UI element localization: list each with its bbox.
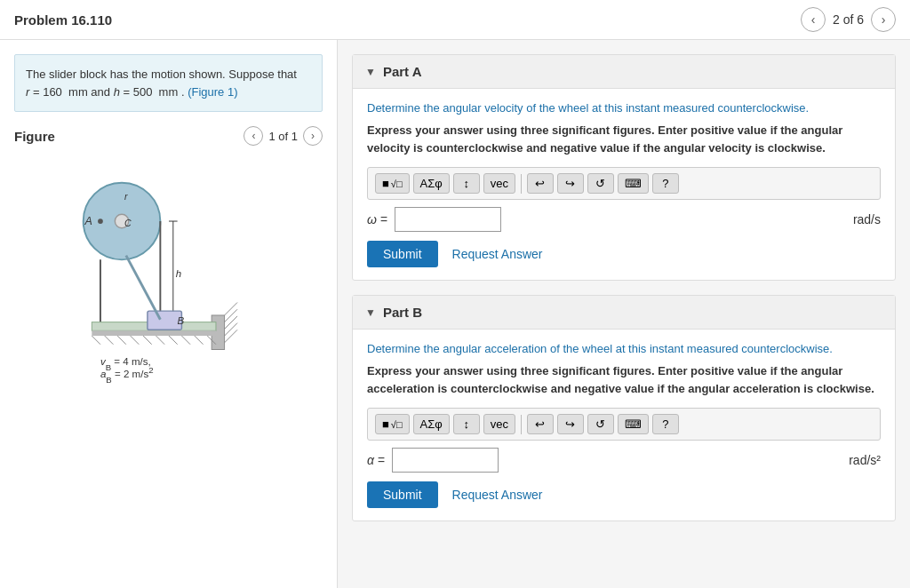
part-b-toolbar-btn5[interactable]: ↩ bbox=[527, 414, 554, 434]
part-b-action-row: Submit Request Answer bbox=[367, 481, 881, 508]
part-b-submit-button[interactable]: Submit bbox=[367, 481, 438, 508]
part-b-title: Part B bbox=[383, 305, 422, 320]
next-button[interactable]: › bbox=[871, 7, 896, 32]
description-text-2: r = 160 mm and h = 500 mm . (Figure 1) bbox=[26, 85, 237, 99]
part-a-input-row: ω = rad/s bbox=[367, 207, 881, 232]
part-b-input[interactable] bbox=[392, 448, 499, 473]
main-layout: The slider block has the motion shown. S… bbox=[0, 40, 910, 588]
part-b-toolbar-btn2[interactable]: AΣφ bbox=[413, 414, 450, 434]
part-a-title: Part A bbox=[383, 64, 422, 79]
part-a-header[interactable]: ▼ Part A bbox=[353, 55, 895, 89]
part-a-action-row: Submit Request Answer bbox=[367, 241, 881, 267]
part-a-toolbar-btn8[interactable]: ⌨ bbox=[618, 173, 649, 194]
part-a-toolbar-btn6[interactable]: ↪ bbox=[557, 173, 584, 194]
part-b-toolbar-btn1[interactable]: ■√□ bbox=[375, 414, 410, 434]
svg-text:A: A bbox=[84, 215, 92, 227]
part-a-unit: rad/s bbox=[853, 212, 881, 226]
part-b-toolbar: ■√□ AΣφ ↕ vec ↩ ↪ ↺ ⌨ ? bbox=[367, 408, 881, 441]
part-b-toolbar-btn3[interactable]: ↕ bbox=[453, 414, 480, 434]
figure-section: Figure ‹ 1 of 1 › A bbox=[0, 126, 337, 398]
svg-rect-0 bbox=[49, 153, 289, 384]
part-a-toolbar-btn4[interactable]: vec bbox=[483, 173, 515, 194]
part-a-separator bbox=[521, 174, 522, 194]
part-b-toolbar-btn9[interactable]: ? bbox=[652, 414, 679, 434]
part-a-submit-button[interactable]: Submit bbox=[367, 241, 438, 267]
part-b-toolbar-btn7[interactable]: ↺ bbox=[587, 414, 614, 434]
part-a-section: ▼ Part A Determine the angular velocity … bbox=[352, 54, 896, 281]
part-a-request-answer-link[interactable]: Request Answer bbox=[452, 247, 543, 261]
part-a-toolbar: ■√□ AΣφ ↕ vec ↩ ↪ ↺ ⌨ ? bbox=[367, 167, 881, 200]
part-a-toolbar-btn7[interactable]: ↺ bbox=[587, 173, 614, 194]
figure-prev-button[interactable]: ‹ bbox=[243, 126, 263, 146]
part-a-toolbar-btn2[interactable]: AΣφ bbox=[413, 173, 450, 194]
part-b-toolbar-btn4[interactable]: vec bbox=[483, 414, 515, 434]
figure-nav: ‹ 1 of 1 › bbox=[243, 126, 323, 146]
figure-image: A r C h bbox=[14, 153, 323, 384]
part-a-toolbar-btn5[interactable]: ↩ bbox=[527, 173, 554, 194]
figure-svg: A r C h bbox=[44, 153, 293, 384]
description-text-1: The slider block has the motion shown. S… bbox=[26, 68, 297, 81]
part-a-input-label: ω = bbox=[367, 212, 387, 226]
figure-header: Figure ‹ 1 of 1 › bbox=[14, 126, 323, 146]
left-panel: The slider block has the motion shown. S… bbox=[0, 40, 338, 588]
part-a-toolbar-btn3[interactable]: ↕ bbox=[453, 173, 480, 194]
part-a-instruction: Determine the angular velocity of the wh… bbox=[367, 101, 881, 115]
part-a-content: Determine the angular velocity of the wh… bbox=[353, 89, 895, 280]
figure-count: 1 of 1 bbox=[268, 130, 298, 143]
nav-count: 2 of 6 bbox=[833, 12, 864, 27]
part-b-input-row: α = rad/s² bbox=[367, 448, 881, 473]
part-a-toolbar-btn9[interactable]: ? bbox=[652, 173, 679, 194]
figure-link[interactable]: (Figure 1) bbox=[188, 85, 237, 99]
part-b-bold-instruction: Express your answer using three signific… bbox=[367, 362, 881, 397]
part-b-instruction: Determine the angular acceleration of th… bbox=[367, 342, 881, 355]
svg-point-3 bbox=[98, 219, 103, 224]
svg-text:B: B bbox=[177, 315, 184, 326]
right-panel: ▼ Part A Determine the angular velocity … bbox=[338, 40, 910, 588]
part-b-input-label: α = bbox=[367, 453, 385, 467]
svg-text:h: h bbox=[175, 268, 180, 279]
svg-rect-22 bbox=[92, 330, 216, 336]
part-b-content: Determine the angular acceleration of th… bbox=[353, 330, 895, 520]
part-b-unit: rad/s² bbox=[849, 453, 881, 467]
problem-title: Problem 16.110 bbox=[14, 12, 112, 28]
part-a-bold-instruction: Express your answer using three signific… bbox=[367, 122, 881, 156]
figure-title: Figure bbox=[14, 129, 55, 144]
part-b-request-answer-link[interactable]: Request Answer bbox=[452, 488, 543, 502]
part-b-section: ▼ Part B Determine the angular accelerat… bbox=[352, 295, 896, 521]
top-bar: Problem 16.110 ‹ 2 of 6 › bbox=[0, 0, 910, 40]
svg-rect-20 bbox=[147, 311, 181, 330]
part-b-separator bbox=[521, 415, 522, 434]
part-a-toggle: ▼ bbox=[365, 66, 376, 78]
figure-next-button[interactable]: › bbox=[303, 126, 323, 146]
svg-text:r: r bbox=[124, 191, 127, 202]
part-b-toolbar-btn6[interactable]: ↪ bbox=[557, 414, 584, 434]
part-b-toolbar-btn8[interactable]: ⌨ bbox=[618, 414, 649, 434]
nav-controls: ‹ 2 of 6 › bbox=[801, 7, 896, 32]
part-b-header[interactable]: ▼ Part B bbox=[353, 296, 895, 330]
part-a-toolbar-btn1[interactable]: ■√□ bbox=[375, 173, 410, 194]
svg-text:C: C bbox=[124, 218, 131, 228]
part-a-input[interactable] bbox=[395, 207, 501, 232]
prev-button[interactable]: ‹ bbox=[801, 7, 826, 32]
problem-description: The slider block has the motion shown. S… bbox=[14, 54, 323, 112]
part-b-toggle: ▼ bbox=[365, 306, 376, 319]
